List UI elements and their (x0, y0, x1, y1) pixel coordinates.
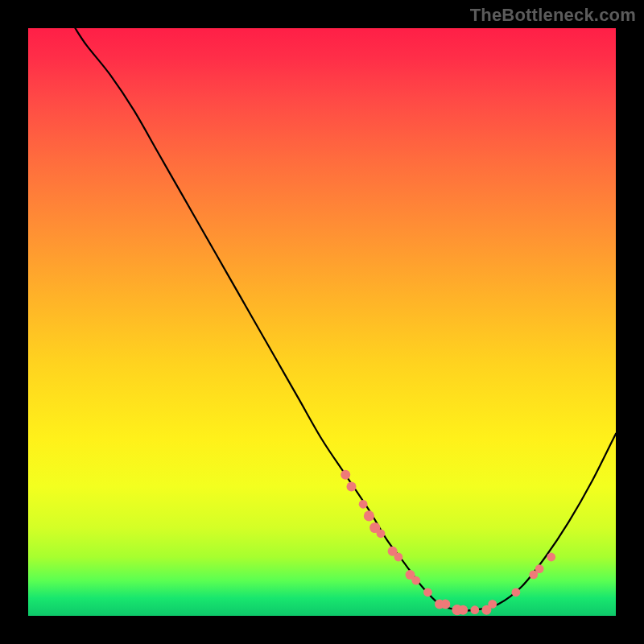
chart-svg (28, 28, 616, 616)
marker-dot (440, 599, 450, 609)
marker-dot (364, 510, 374, 521)
marker-dot (423, 588, 432, 597)
marker-dot (359, 500, 368, 509)
chart-frame: TheBottleneck.com (0, 0, 644, 644)
marker-dot (547, 553, 555, 562)
curve-line (75, 28, 616, 611)
marker-dot (512, 588, 521, 597)
marker-dot (470, 605, 479, 614)
marker-dot (488, 600, 497, 609)
marker-dot (458, 605, 468, 615)
marker-dot (377, 529, 386, 538)
marker-dot (341, 470, 350, 480)
markers-group (341, 470, 555, 616)
marker-dot (535, 564, 544, 573)
watermark-text: TheBottleneck.com (470, 5, 636, 26)
marker-dot (411, 576, 420, 585)
marker-dot (394, 553, 403, 562)
marker-dot (347, 481, 357, 491)
plot-area (28, 28, 616, 616)
